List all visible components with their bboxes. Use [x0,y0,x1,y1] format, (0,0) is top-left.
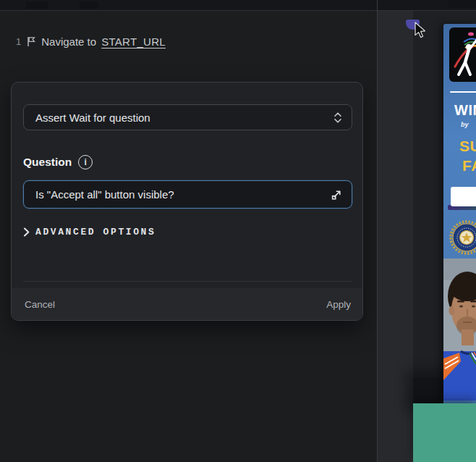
modal-byline: by [461,121,469,128]
modal-promo-line-2: FA [462,157,476,175]
step-number: 1 [16,36,21,47]
chevron-right-icon [23,227,30,237]
question-field-header: Question i [23,155,93,169]
advanced-options-label: ADVANCED OPTIONS [35,227,156,238]
cta-button[interactable]: S [451,187,476,206]
question-input-wrap [23,180,352,209]
step-editor-dialog: Assert Wait for question Question i [11,82,363,321]
select-updown-icon [333,112,343,124]
flag-icon [26,35,36,47]
dialog-divider [23,281,352,282]
test-steps-panel: 1 Navigate to START_URL Assert Wait for … [0,11,377,462]
question-input[interactable] [24,181,330,208]
step-target-link[interactable]: START_URL [101,35,166,48]
player-photo: T20 WORLD CUP [443,259,476,400]
cricket-batsman-logo [449,28,476,82]
top-bar [0,0,476,11]
info-icon[interactable]: i [78,155,93,169]
step-type-selected-value: Assert Wait for question [35,112,150,124]
step-action-text: Navigate to [41,35,96,48]
top-bar-right-section [449,0,476,8]
cookie-banner[interactable] [413,403,476,462]
page-promo-modal: WIN by SUP FA S [443,24,476,403]
cancel-button[interactable]: Cancel [23,296,56,313]
dialog-footer: Cancel Apply [12,288,362,320]
pointer-cursor-icon [412,21,428,40]
advanced-options-toggle[interactable]: ADVANCED OPTIONS [23,227,156,238]
page-shadow [413,378,443,403]
modal-headline: WIN [454,102,476,119]
bcci-crest [449,220,476,255]
apply-button[interactable]: Apply [325,296,352,313]
expand-editor-icon[interactable] [330,188,343,201]
modal-divider-line [450,91,476,93]
top-bar-tab [80,1,98,9]
top-bar-tab [26,1,48,9]
app-window: 1 Navigate to START_URL Assert Wait for … [0,0,476,462]
step-type-select[interactable]: Assert Wait for question [23,104,352,130]
modal-promo-line-1: SUP [459,138,476,155]
question-label: Question [23,156,72,169]
step-row: 1 Navigate to START_URL [16,35,166,48]
